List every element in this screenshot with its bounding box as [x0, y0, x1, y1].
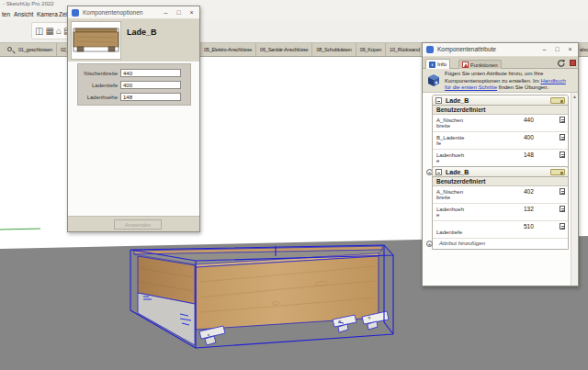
component-cube-icon [426, 73, 441, 87]
banner-text: Fügen Sie unten Attribute hinzu, um Ihre… [445, 71, 571, 92]
group-header[interactable]: Lade_B [433, 167, 568, 177]
menu-item-bearbeiten[interactable]: ten [2, 11, 10, 17]
group-toggle-button[interactable] [550, 169, 565, 175]
close-button[interactable]: × [186, 7, 198, 17]
ladenhoehe-input[interactable] [120, 93, 181, 101]
tab-funktionen[interactable]: Funktionen [458, 60, 502, 69]
tab-info-label: Info [437, 62, 447, 67]
group-toggle-button[interactable] [550, 97, 565, 104]
section-header: Benutzerdefiniert [433, 177, 568, 186]
search-icon[interactable] [7, 47, 15, 54]
attr-value[interactable]: 402 [524, 188, 534, 195]
attribute-row[interactable]: A_Nischenbreite 440 [433, 115, 568, 132]
close-button[interactable]: × [564, 44, 576, 54]
options-titlebar[interactable]: Komponentenoptionen – □ × [68, 6, 199, 19]
attr-label: Ladentiefe [433, 229, 466, 237]
menu-item-kamera[interactable]: Kamera [37, 11, 58, 17]
attr-detail-icon[interactable] [560, 223, 565, 230]
attr-value[interactable]: 400 [524, 134, 534, 140]
attr-value[interactable]: 440 [524, 117, 534, 123]
scene-tab-fragment[interactable]: alsch [580, 47, 588, 52]
scrollbar[interactable]: ▲ [571, 93, 578, 286]
info-tab-icon: i [429, 62, 435, 68]
attribute-row[interactable]: Ladenhoehe 132 [433, 204, 568, 221]
attribute-row[interactable]: B_Ladentiefe 400 [433, 132, 568, 150]
add-attribute-label[interactable]: Attribut hinzufügen [439, 241, 485, 246]
tab-info[interactable]: i Info [425, 59, 450, 69]
collapse-icon[interactable] [435, 169, 442, 175]
banner-text-before: Fügen Sie unten Attribute hinzu, um Ihre… [445, 71, 543, 84]
scene-tab-05[interactable]: 05_Elektro-Anschlüsse [200, 43, 256, 56]
scene-tab-08[interactable]: 08_Schubkästen [312, 43, 356, 56]
maximize-button[interactable]: □ [551, 44, 563, 54]
field-row: Ladenhoehe [78, 91, 190, 103]
maximize-button[interactable]: □ [173, 7, 185, 17]
attr-detail-icon[interactable] [560, 188, 565, 195]
attr-label: Ladenhoehe [433, 151, 466, 165]
component-thumbnail [71, 21, 121, 60]
green-axis [0, 229, 40, 230]
menu-item-ansicht[interactable]: Ansicht [14, 11, 33, 17]
funktionen-tab-icon [462, 62, 469, 68]
attr-value[interactable]: 510 [524, 223, 534, 230]
detach-icon[interactable] [570, 60, 576, 66]
attr-value[interactable]: 132 [524, 206, 534, 212]
attribute-row[interactable]: Ladenhoehe 148 [433, 150, 568, 167]
group-name: Lade_B [446, 169, 469, 175]
ladenhoehe-label: Ladenhoehe [78, 95, 120, 100]
attributes-titlebar[interactable]: Komponentenattribute – □ × [423, 43, 578, 57]
scene-tab-10[interactable]: 10_Rückwand [386, 43, 424, 56]
field-row: Ladentiefe [78, 79, 190, 91]
minimize-button[interactable]: – [160, 7, 172, 17]
menu-item-zeichnen[interactable]: Zei [59, 11, 67, 17]
attr-value[interactable]: 148 [524, 151, 534, 158]
attr-label: A_Nischenbreite [433, 116, 466, 130]
attr-detail-icon[interactable] [560, 206, 565, 212]
attr-label: A_Nischenbreite [433, 187, 466, 202]
thumbnail-drawer-image [72, 22, 120, 59]
options-body: Lade_B Nischenbreite Ladentiefe Ladenhoe… [68, 19, 199, 231]
add-attribute-icon[interactable]: + [426, 241, 433, 247]
sketchup-window: - SketchUp Pro 2022 ten Ansicht Kamera Z… [0, 0, 588, 370]
section-header: Benutzerdefiniert [433, 106, 568, 115]
group-header[interactable]: Lade_B [433, 95, 568, 106]
dialog-icon [426, 46, 434, 53]
options-fields-panel: Nischenbreite Ladentiefe Ladenhoehe [77, 63, 191, 106]
window-title: - SketchUp Pro 2022 [3, 1, 54, 6]
scene-tab-01[interactable]: 01_geschlossen [15, 43, 57, 56]
attribute-row[interactable]: A_Nischenbreite 402 [433, 186, 568, 204]
options-title: Komponentenoptionen [83, 9, 142, 16]
attributes-title: Komponentenattribute [437, 46, 496, 52]
attr-detail-icon[interactable] [560, 151, 565, 158]
nischenbreite-input[interactable] [120, 69, 181, 77]
attr-detail-icon[interactable] [560, 117, 565, 123]
banner-text-after: finden Sie Übungen. [497, 84, 548, 90]
scroll-up-icon[interactable]: ▲ [571, 94, 578, 99]
add-attribute-row[interactable]: + Attribut hinzufügen [433, 239, 568, 249]
scene-tab-09[interactable]: 09_Kopen [356, 43, 386, 56]
group-name: Lade_B [446, 97, 469, 104]
attr-detail-icon[interactable] [560, 134, 565, 140]
attribute-group-card: Lade_B Benutzerdefiniert A_Nischenbreite… [432, 166, 569, 250]
component-options-dialog: Komponentenoptionen – □ × Lade_B [67, 6, 200, 232]
ladentiefe-input[interactable] [120, 81, 181, 89]
tab-funktionen-label: Funktionen [470, 62, 498, 68]
info-banner: Fügen Sie unten Attribute hinzu, um Ihre… [423, 69, 578, 93]
minimize-button[interactable]: – [538, 44, 550, 54]
home-icon[interactable]: ⌂ [56, 27, 62, 36]
materials-icon[interactable]: ▦ [45, 27, 53, 36]
attr-label: Ladenhoehe [433, 205, 466, 219]
scene-tab-06[interactable]: 06_Sanitär-Anschlüsse [256, 43, 312, 56]
attr-label: B_Ladentiefe [433, 133, 466, 148]
options-footer: Anwenden [68, 216, 199, 231]
attribute-row[interactable]: Ladentiefe 510 [433, 221, 568, 239]
component-name: Lade_B [127, 28, 157, 37]
apply-button[interactable]: Anwenden [114, 219, 162, 230]
field-row: Nischenbreite [78, 67, 190, 79]
attributes-content: Lade_B Benutzerdefiniert A_Nischenbreite… [423, 93, 578, 286]
options-header: Lade_B [68, 19, 199, 62]
refresh-icon[interactable] [557, 59, 566, 68]
components-icon[interactable]: ◫ [35, 27, 43, 36]
collapse-icon[interactable] [435, 97, 442, 104]
attributes-tabstrip: i Info Funktionen [423, 57, 578, 69]
